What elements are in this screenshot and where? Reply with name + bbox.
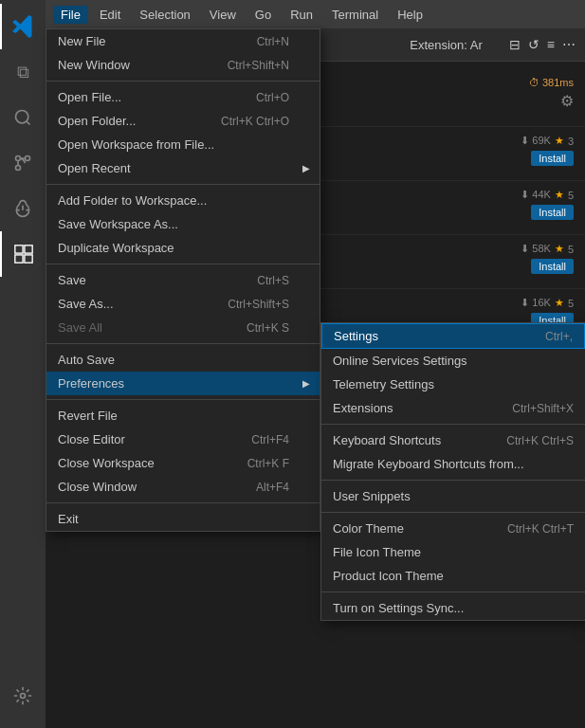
- activity-bar: ⧉: [0, 0, 46, 728]
- new-window-shortcut: Ctrl+Shift+N: [228, 59, 308, 72]
- install-button[interactable]: Install: [531, 259, 574, 274]
- menu-save-workspace[interactable]: Save Workspace As...: [46, 212, 320, 236]
- separator-3: [46, 264, 320, 264]
- star-icon: ★: [555, 189, 564, 201]
- extensions-icon[interactable]: [0, 231, 46, 277]
- menu-terminal[interactable]: Terminal: [324, 6, 386, 24]
- menu-add-folder[interactable]: Add Folder to Workspace...: [46, 189, 320, 212]
- search-bar-icon[interactable]: [0, 95, 46, 140]
- menu-new-window[interactable]: New Window Ctrl+Shift+N: [46, 53, 320, 77]
- remote-icon[interactable]: [0, 673, 46, 719]
- submenu-migrate-keyboard[interactable]: Migrate Keyboard Shortcuts from...: [321, 452, 585, 476]
- menu-run[interactable]: Run: [283, 6, 320, 24]
- extensions-shortcut: Ctrl+Shift+X: [512, 402, 574, 415]
- download-count: ⬇ 58K: [521, 243, 551, 255]
- extension-panel-subtitle: Extension: Ar: [410, 38, 483, 52]
- menu-selection[interactable]: Selection: [132, 6, 197, 24]
- settings-shortcut: Ctrl+,: [545, 330, 573, 343]
- menu-open-recent[interactable]: Open Recent: [46, 156, 320, 180]
- ext-meta: ⏱ 381ms ⚙: [498, 77, 574, 110]
- separator-6: [46, 502, 320, 503]
- submenu-user-snippets[interactable]: User Snippets: [321, 484, 585, 508]
- ext-meta: ⬇ 44K ★ 5 Install: [498, 189, 574, 220]
- star-count: 3: [568, 136, 574, 147]
- menu-open-workspace[interactable]: Open Workspace from File...: [46, 133, 320, 156]
- install-button[interactable]: Install: [531, 151, 574, 166]
- download-count: ⬇ 44K: [521, 189, 551, 201]
- menu-save-all[interactable]: Save All Ctrl+K S: [46, 316, 320, 339]
- svg-rect-6: [15, 255, 23, 263]
- menu-close-editor[interactable]: Close Editor Ctrl+F4: [46, 428, 320, 451]
- file-menu-dropdown: New File Ctrl+N New Window Ctrl+Shift+N …: [46, 28, 320, 532]
- color-theme-shortcut: Ctrl+K Ctrl+T: [507, 522, 574, 536]
- ext-stats: ⬇ 44K ★ 5: [521, 189, 574, 201]
- menu-save-as[interactable]: Save As... Ctrl+Shift+S: [46, 292, 320, 316]
- ext-meta: ⬇ 69K ★ 3 Install: [498, 135, 574, 166]
- menu-duplicate-workspace[interactable]: Duplicate Workspace: [46, 236, 320, 260]
- ext-stats: ⬇ 69K ★ 3: [521, 135, 574, 147]
- menu-view[interactable]: View: [202, 6, 244, 24]
- submenu-keyboard-shortcuts[interactable]: Keyboard Shortcuts Ctrl+K Ctrl+S: [321, 428, 585, 452]
- more-icon[interactable]: ⋯: [562, 37, 576, 52]
- submenu-telemetry[interactable]: Telemetry Settings: [321, 373, 585, 396]
- svg-rect-4: [15, 246, 23, 253]
- svg-point-8: [21, 694, 26, 699]
- menu-edit[interactable]: Edit: [92, 6, 128, 24]
- extension-panel-actions: Extension: Ar ⊟ ↺ ≡ ⋯: [410, 37, 576, 52]
- separator-2: [46, 184, 320, 185]
- menu-revert[interactable]: Revert File: [46, 404, 320, 428]
- submenu-product-icon-theme[interactable]: Product Icon Theme: [321, 564, 585, 588]
- menu-bar: File Edit Selection View Go Run Terminal…: [46, 0, 585, 28]
- menu-file[interactable]: File: [53, 6, 88, 24]
- filter-icon[interactable]: ⊟: [509, 37, 521, 52]
- close-window-shortcut: Alt+F4: [256, 481, 308, 494]
- debug-icon[interactable]: [0, 186, 46, 231]
- install-button[interactable]: Install: [531, 205, 574, 220]
- keyboard-shortcut: Ctrl+K Ctrl+S: [506, 434, 574, 447]
- source-control-icon[interactable]: [0, 140, 46, 186]
- submenu-separator-2: [321, 480, 585, 481]
- menu-go[interactable]: Go: [247, 6, 279, 24]
- save-shortcut: Ctrl+S: [257, 274, 308, 287]
- menu-close-workspace[interactable]: Close Workspace Ctrl+K F: [46, 451, 320, 475]
- submenu-separator-4: [321, 592, 585, 592]
- submenu-settings[interactable]: Settings Ctrl+,: [321, 323, 585, 349]
- star-icon: ★: [555, 243, 564, 255]
- submenu-extensions[interactable]: Extensions Ctrl+Shift+X: [321, 396, 585, 420]
- list-icon[interactable]: ≡: [547, 37, 555, 52]
- menu-help[interactable]: Help: [390, 6, 430, 24]
- separator-5: [46, 399, 320, 400]
- menu-exit[interactable]: Exit: [46, 507, 320, 531]
- submenu-separator-1: [321, 424, 585, 425]
- submenu-file-icon-theme[interactable]: File Icon Theme: [321, 540, 585, 564]
- svg-point-0: [16, 111, 28, 123]
- vscode-logo-icon[interactable]: [0, 4, 46, 49]
- submenu-separator-3: [321, 512, 585, 513]
- download-count: ⬇ 69K: [521, 135, 551, 147]
- submenu-color-theme[interactable]: Color Theme Ctrl+K Ctrl+T: [321, 517, 585, 540]
- menu-auto-save[interactable]: Auto Save: [46, 348, 320, 372]
- submenu-online-services[interactable]: Online Services Settings: [321, 349, 585, 373]
- open-folder-shortcut: Ctrl+K Ctrl+O: [221, 115, 308, 128]
- star-count: 5: [568, 298, 574, 309]
- separator-1: [46, 81, 320, 82]
- star-icon: ★: [555, 297, 564, 309]
- menu-open-file[interactable]: Open File... Ctrl+O: [46, 85, 320, 109]
- gear-settings-icon[interactable]: ⚙: [560, 92, 574, 110]
- svg-rect-7: [25, 255, 32, 263]
- refresh-icon[interactable]: ↺: [528, 37, 539, 52]
- star-icon: ★: [555, 135, 564, 147]
- explorer-icon[interactable]: ⧉: [0, 49, 46, 95]
- menu-new-file[interactable]: New File Ctrl+N: [46, 29, 320, 53]
- star-count: 5: [568, 244, 574, 255]
- svg-point-1: [16, 156, 21, 161]
- menu-preferences[interactable]: Preferences: [46, 372, 320, 395]
- menu-open-folder[interactable]: Open Folder... Ctrl+K Ctrl+O: [46, 109, 320, 133]
- star-count: 5: [568, 190, 574, 201]
- close-editor-shortcut: Ctrl+F4: [251, 433, 308, 446]
- timer-icon: ⏱ 381ms: [529, 77, 574, 88]
- submenu-settings-sync[interactable]: Turn on Settings Sync...: [321, 596, 585, 620]
- ext-stats: ⬇ 16K ★ 5: [521, 297, 574, 309]
- menu-close-window[interactable]: Close Window Alt+F4: [46, 475, 320, 499]
- menu-save[interactable]: Save Ctrl+S: [46, 268, 320, 292]
